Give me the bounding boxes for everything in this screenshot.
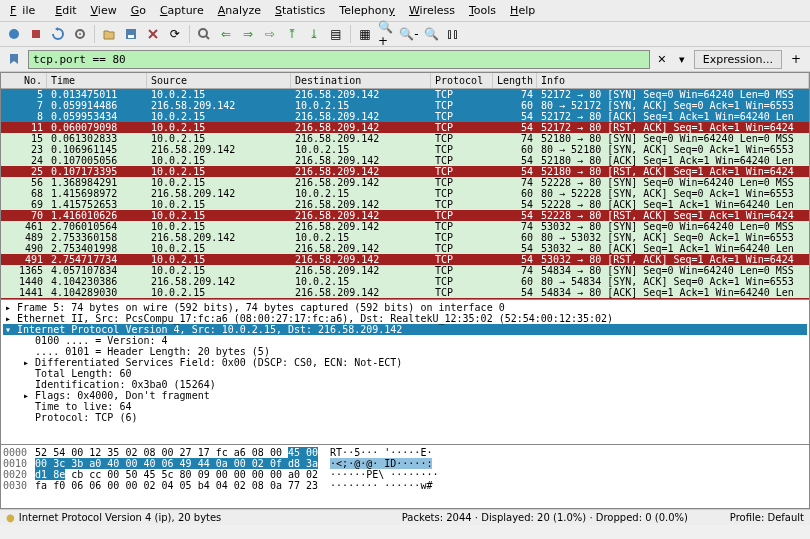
detail-hdrlen[interactable]: .... 0101 = Header Length: 20 bytes (5) xyxy=(3,346,807,357)
zoom-out-icon[interactable]: 🔍- xyxy=(399,24,419,44)
display-filter-input[interactable] xyxy=(28,50,650,69)
packet-row[interactable]: 13654.05710783410.0.2.15216.58.209.142TC… xyxy=(1,265,809,276)
zoom-reset-icon[interactable]: 🔍 xyxy=(421,24,441,44)
hex-bytes: 52 54 00 12 35 02 08 00 27 17 fc a6 08 0… xyxy=(35,447,330,506)
auto-scroll-icon[interactable]: ▤ xyxy=(326,24,346,44)
menu-analyze[interactable]: Analyze xyxy=(212,2,267,19)
svg-point-9 xyxy=(199,29,207,37)
status-bar: ● Internet Protocol Version 4 (ip), 20 b… xyxy=(0,509,810,525)
col-time[interactable]: Time xyxy=(47,73,147,88)
start-capture-icon[interactable] xyxy=(4,24,24,44)
go-forward-icon[interactable]: ⇒ xyxy=(238,24,258,44)
detail-ethernet[interactable]: ▸ Ethernet II, Src: PcsCompu_17:fc:a6 (0… xyxy=(3,313,807,324)
menu-capture[interactable]: Capture xyxy=(154,2,210,19)
packet-row[interactable]: 80.05995343410.0.2.15216.58.209.142TCP54… xyxy=(1,111,809,122)
reload-icon[interactable]: ⟳ xyxy=(165,24,185,44)
detail-version[interactable]: 0100 .... = Version: 4 xyxy=(3,335,807,346)
svg-point-0 xyxy=(9,29,19,39)
menu-statistics[interactable]: Statistics xyxy=(269,2,331,19)
clear-filter-icon[interactable]: ✕ xyxy=(654,51,670,67)
packet-row[interactable]: 4892.753360158216.58.209.14210.0.2.15TCP… xyxy=(1,232,809,243)
packet-row[interactable]: 150.06130283310.0.2.15216.58.209.142TCP7… xyxy=(1,133,809,144)
detail-ident[interactable]: Identification: 0x3ba0 (15264) xyxy=(3,379,807,390)
svg-marker-2 xyxy=(55,27,58,31)
close-file-icon[interactable] xyxy=(143,24,163,44)
status-bullet-icon: ● xyxy=(6,512,15,523)
colorize-icon[interactable]: ▦ xyxy=(355,24,375,44)
capture-options-icon[interactable] xyxy=(70,24,90,44)
packet-row[interactable]: 230.106961145216.58.209.14210.0.2.15TCP6… xyxy=(1,144,809,155)
col-protocol[interactable]: Protocol xyxy=(431,73,493,88)
col-source[interactable]: Source xyxy=(147,73,291,88)
menu-go[interactable]: Go xyxy=(125,2,152,19)
menu-view[interactable]: View xyxy=(85,2,123,19)
toolbar: ⟳ ⇐ ⇒ ⇨ ⤒ ⤓ ▤ ▦ 🔍+ 🔍- 🔍 ⫿⫿ xyxy=(0,22,810,47)
detail-proto[interactable]: Protocol: TCP (6) xyxy=(3,412,807,423)
packet-row[interactable]: 4912.75471773410.0.2.15216.58.209.142TCP… xyxy=(1,254,809,265)
packet-row[interactable]: 50.01347501110.0.2.15216.58.209.142TCP74… xyxy=(1,89,809,100)
detail-frame[interactable]: ▸ Frame 5: 74 bytes on wire (592 bits), … xyxy=(3,302,807,313)
packet-row[interactable]: 240.10700505610.0.2.15216.58.209.142TCP5… xyxy=(1,155,809,166)
detail-flags[interactable]: ▸ Flags: 0x4000, Don't fragment xyxy=(3,390,807,401)
menu-telephony[interactable]: Telephony xyxy=(333,2,401,19)
bookmark-filter-icon[interactable] xyxy=(4,49,24,69)
go-last-icon[interactable]: ⤓ xyxy=(304,24,324,44)
apply-filter-icon[interactable]: ▾ xyxy=(674,51,690,67)
packet-row[interactable]: 561.36898429110.0.2.15216.58.209.142TCP7… xyxy=(1,177,809,188)
menu-wireless[interactable]: Wireless xyxy=(403,2,461,19)
detail-ttl[interactable]: Time to live: 64 xyxy=(3,401,807,412)
detail-totlen[interactable]: Total Length: 60 xyxy=(3,368,807,379)
col-no[interactable]: No. xyxy=(1,73,47,88)
packet-details-pane[interactable]: ▸ Frame 5: 74 bytes on wire (592 bits), … xyxy=(0,300,810,445)
zoom-in-icon[interactable]: 🔍+ xyxy=(377,24,397,44)
resize-columns-icon[interactable]: ⫿⫿ xyxy=(443,24,463,44)
detail-dsf[interactable]: ▸ Differentiated Services Field: 0x00 (D… xyxy=(3,357,807,368)
packet-row[interactable]: 14404.104230386216.58.209.14210.0.2.15TC… xyxy=(1,276,809,287)
packet-row[interactable]: 70.059914486216.58.209.14210.0.2.15TCP60… xyxy=(1,100,809,111)
packet-row[interactable]: 110.06007909810.0.2.15216.58.209.142TCP5… xyxy=(1,122,809,133)
hex-offsets: 0000001000200030 xyxy=(3,447,35,506)
status-profile[interactable]: Profile: Default xyxy=(730,512,804,523)
go-to-packet-icon[interactable]: ⇨ xyxy=(260,24,280,44)
packet-row[interactable]: 681.415698972216.58.209.14210.0.2.15TCP6… xyxy=(1,188,809,199)
detail-ipv4[interactable]: ▾ Internet Protocol Version 4, Src: 10.0… xyxy=(3,324,807,335)
packet-row[interactable]: 250.10717339510.0.2.15216.58.209.142TCP5… xyxy=(1,166,809,177)
packet-row[interactable]: 4612.70601056410.0.2.15216.58.209.142TCP… xyxy=(1,221,809,232)
packet-row[interactable]: 4902.75340199810.0.2.15216.58.209.142TCP… xyxy=(1,243,809,254)
packet-row[interactable]: 691.41575265310.0.2.15216.58.209.142TCP5… xyxy=(1,199,809,210)
svg-line-10 xyxy=(206,36,209,39)
packet-list-pane[interactable]: No. Time Source Destination Protocol Len… xyxy=(0,72,810,300)
restart-capture-icon[interactable] xyxy=(48,24,68,44)
expression-button[interactable]: Expression... xyxy=(694,50,782,69)
svg-point-4 xyxy=(79,33,81,35)
open-file-icon[interactable] xyxy=(99,24,119,44)
packet-bytes-pane[interactable]: 0000001000200030 52 54 00 12 35 02 08 00… xyxy=(0,445,810,509)
packet-row[interactable]: 14414.10428903010.0.2.15216.58.209.142TC… xyxy=(1,287,809,298)
filter-add-icon[interactable]: + xyxy=(786,49,806,69)
svg-rect-1 xyxy=(32,30,40,38)
menu-edit[interactable]: Edit xyxy=(49,2,82,19)
filter-bar: ✕ ▾ Expression... + xyxy=(0,47,810,72)
stop-capture-icon[interactable] xyxy=(26,24,46,44)
go-back-icon[interactable]: ⇐ xyxy=(216,24,236,44)
svg-rect-6 xyxy=(128,35,134,38)
menu-help[interactable]: Help xyxy=(504,2,541,19)
status-packet-counts: Packets: 2044 · Displayed: 20 (1.0%) · D… xyxy=(368,512,722,523)
status-left-text: Internet Protocol Version 4 (ip), 20 byt… xyxy=(19,512,222,523)
menu-tools[interactable]: Tools xyxy=(463,2,502,19)
col-info[interactable]: Info xyxy=(537,73,809,88)
menu-bar: File Edit View Go Capture Analyze Statis… xyxy=(0,0,810,22)
save-file-icon[interactable] xyxy=(121,24,141,44)
find-icon[interactable] xyxy=(194,24,214,44)
go-first-icon[interactable]: ⤒ xyxy=(282,24,302,44)
col-length[interactable]: Length xyxy=(493,73,537,88)
hex-ascii: RT··5··· '·····E· ·<;·@·@· ID·····: ····… xyxy=(330,447,438,506)
packet-list-header: No. Time Source Destination Protocol Len… xyxy=(1,73,809,89)
menu-file[interactable]: File xyxy=(4,2,47,19)
packet-row[interactable]: 701.41601062610.0.2.15216.58.209.142TCP5… xyxy=(1,210,809,221)
col-destination[interactable]: Destination xyxy=(291,73,431,88)
